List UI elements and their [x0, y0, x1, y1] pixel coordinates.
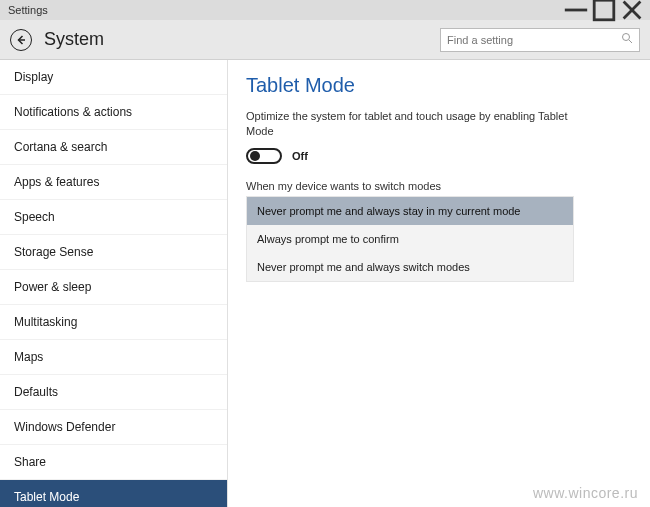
- sidebar-item-tablet-mode[interactable]: Tablet Mode: [0, 480, 227, 507]
- sidebar-item-label: Power & sleep: [14, 280, 91, 294]
- sidebar-item-speech[interactable]: Speech: [0, 200, 227, 235]
- sidebar-item-label: Defaults: [14, 385, 58, 399]
- dropdown-option[interactable]: Never prompt me and always stay in my cu…: [247, 197, 573, 225]
- sidebar-item-cortana-search[interactable]: Cortana & search: [0, 130, 227, 165]
- sidebar-item-display[interactable]: Display: [0, 60, 227, 95]
- sidebar-item-label: Notifications & actions: [14, 105, 132, 119]
- toggle-knob: [250, 151, 260, 161]
- header: System: [0, 20, 650, 60]
- sidebar-item-label: Windows Defender: [14, 420, 115, 434]
- sidebar-item-maps[interactable]: Maps: [0, 340, 227, 375]
- svg-point-5: [623, 34, 630, 41]
- svg-line-6: [629, 40, 632, 43]
- sidebar-item-label: Storage Sense: [14, 245, 93, 259]
- content-heading: Tablet Mode: [246, 74, 632, 97]
- content-description: Optimize the system for tablet and touch…: [246, 109, 586, 140]
- sidebar-item-apps-features[interactable]: Apps & features: [0, 165, 227, 200]
- sidebar: DisplayNotifications & actionsCortana & …: [0, 60, 228, 507]
- page-title: System: [44, 29, 440, 50]
- sidebar-item-label: Apps & features: [14, 175, 99, 189]
- sidebar-item-power-sleep[interactable]: Power & sleep: [0, 270, 227, 305]
- dropdown-option[interactable]: Always prompt me to confirm: [247, 225, 573, 253]
- sidebar-item-windows-defender[interactable]: Windows Defender: [0, 410, 227, 445]
- search-input[interactable]: [447, 34, 621, 46]
- svg-rect-1: [594, 0, 614, 20]
- minimize-button[interactable]: [562, 0, 590, 20]
- sidebar-item-label: Share: [14, 455, 46, 469]
- sidebar-item-multitasking[interactable]: Multitasking: [0, 305, 227, 340]
- sidebar-item-notifications-actions[interactable]: Notifications & actions: [0, 95, 227, 130]
- sidebar-item-label: Maps: [14, 350, 43, 364]
- search-icon: [621, 32, 633, 47]
- back-button[interactable]: [10, 29, 32, 51]
- content: Tablet Mode Optimize the system for tabl…: [228, 60, 650, 507]
- sidebar-item-label: Display: [14, 70, 53, 84]
- sidebar-item-label: Speech: [14, 210, 55, 224]
- sidebar-item-label: Cortana & search: [14, 140, 107, 154]
- sidebar-item-share[interactable]: Share: [0, 445, 227, 480]
- toggle-state-label: Off: [292, 150, 308, 162]
- switch-mode-dropdown[interactable]: Never prompt me and always stay in my cu…: [246, 196, 574, 282]
- sidebar-item-storage-sense[interactable]: Storage Sense: [0, 235, 227, 270]
- watermark: www.wincore.ru: [533, 485, 638, 501]
- sidebar-item-label: Multitasking: [14, 315, 77, 329]
- tablet-mode-toggle[interactable]: [246, 148, 282, 164]
- sidebar-item-label: Tablet Mode: [14, 490, 79, 504]
- close-button[interactable]: [618, 0, 646, 20]
- window-title: Settings: [4, 4, 562, 16]
- dropdown-option[interactable]: Never prompt me and always switch modes: [247, 253, 573, 281]
- search-box[interactable]: [440, 28, 640, 52]
- titlebar: Settings: [0, 0, 650, 20]
- tablet-mode-toggle-row: Off: [246, 148, 632, 164]
- sidebar-item-defaults[interactable]: Defaults: [0, 375, 227, 410]
- switch-modes-label: When my device wants to switch modes: [246, 180, 632, 192]
- maximize-button[interactable]: [590, 0, 618, 20]
